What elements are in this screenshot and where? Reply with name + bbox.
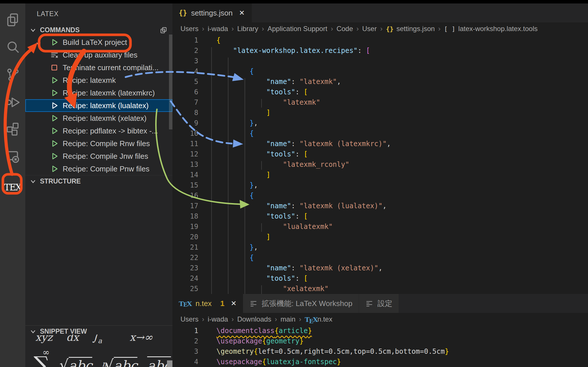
breadcrumb-item[interactable]: {}settings.json [386, 25, 435, 33]
line-content: \usepackage{luatexja-fontspec} [203, 357, 341, 367]
code-line-18[interactable]: 18 "tools": [ [172, 211, 588, 221]
sidebar-item-recipe-latexmk-lualatex[interactable]: Recipe: latexmk (lualatex) [25, 99, 172, 112]
extensions-icon[interactable] [0, 116, 25, 142]
line-number: 3 [172, 56, 203, 66]
snippet-nroot[interactable]: n√abc [102, 357, 137, 367]
breadcrumb-separator: › [262, 25, 264, 33]
breadcrumb-item[interactable]: Users [180, 25, 199, 33]
snippet-item[interactable]: dx [66, 334, 79, 343]
snippet-item[interactable]: xyz [35, 334, 53, 343]
code-line-1[interactable]: 1{ [172, 35, 588, 45]
code-line-10[interactable]: 10 { [172, 128, 588, 139]
explorer-icon[interactable] [0, 7, 25, 33]
latex-workshop-tex-icon[interactable]: TEX [0, 175, 25, 200]
snippet-sqrt[interactable]: √abc [59, 357, 93, 367]
sidebar-item-label: Build LaTeX project [63, 38, 127, 47]
code-line-14[interactable]: 14 ] [172, 170, 588, 180]
bottom-tab-bar: TEXn.tex1✕拡張機能: LaTeX Workshop設定 [172, 294, 588, 313]
breadcrumb-item[interactable]: i-wada [208, 315, 228, 323]
line-number: 5 [172, 77, 203, 87]
snippet-scrollbar-thumb[interactable] [167, 360, 172, 367]
sidebar-item-label: Clean up auxiliary files [63, 51, 137, 60]
code-line-25[interactable]: 25 "xelatexmk" [172, 284, 588, 294]
code-line-22[interactable]: 22 { [172, 253, 588, 263]
sidebar-item-label: Recipe: Compile Pnw files [63, 165, 149, 173]
code-line-2[interactable]: 2 "latex-workshop.latex.recipes": [ [172, 45, 588, 56]
line-content: "latexmk" [203, 97, 320, 108]
line-number: 7 [172, 97, 203, 108]
code-line-7[interactable]: 7 "latexmk" [172, 97, 588, 108]
ntex-code[interactable]: 1\documentclass{article}2\usepackage{geo… [172, 326, 588, 367]
code-line-16[interactable]: 16 { [172, 190, 588, 201]
run-debug-icon[interactable] [0, 89, 25, 114]
structure-section-label: STRUCTURE [40, 177, 81, 185]
sidebar-item-build-latex-project[interactable]: Build LaTeX project [25, 36, 172, 49]
collapse-all-icon[interactable] [160, 26, 167, 36]
code-line-9[interactable]: 9 }, [172, 118, 588, 128]
breadcrumb-item[interactable]: Users [180, 315, 199, 323]
sidebar-item-recipe-pdflatex-bibtex[interactable]: Recipe: pdflatex -> bibtex -... [25, 125, 172, 137]
code-line-5[interactable]: 5 "name": "latexmk", [172, 77, 588, 87]
line-number: 21 [172, 242, 203, 253]
clear-icon [50, 51, 59, 59]
breadcrumb-separator: › [202, 25, 204, 33]
sidebar-item-terminate-current-compilati[interactable]: Terminate current compilati... [25, 61, 172, 74]
close-icon[interactable]: ✕ [231, 299, 237, 307]
sidebar-scrollbar-thumb[interactable] [169, 35, 172, 129]
breadcrumb-item[interactable]: Library [237, 25, 258, 33]
code-line-6[interactable]: 6 "tools": [ [172, 87, 588, 97]
sidebar-item-recipe-latexmk-latexmkrc[interactable]: Recipe: latexmk (latexmkrc) [25, 87, 172, 99]
remote-explorer-icon[interactable] [0, 144, 25, 169]
breadcrumb-item[interactable]: [ ]latex-workshop.latex.tools [444, 25, 538, 33]
breadcrumb-item[interactable]: Application Support [268, 25, 327, 33]
code-line-4[interactable]: 4\usepackage{luatexja-fontspec} [172, 357, 588, 367]
tab-拡張機能-latex-workshop[interactable]: 拡張機能: LaTeX Workshop [243, 294, 359, 313]
close-icon[interactable]: ✕ [239, 9, 245, 17]
code-line-19[interactable]: 19 "lualatexmk" [172, 221, 588, 232]
search-icon[interactable] [0, 35, 25, 60]
sidebar-item-recipe-compile-pnw-files[interactable]: Recipe: Compile Pnw files [25, 163, 172, 175]
code-line-4[interactable]: 4 { [172, 66, 588, 77]
breadcrumb-item[interactable]: Downloads [237, 315, 271, 323]
sidebar-item-recipe-latexmk[interactable]: Recipe: latexmk [25, 74, 172, 87]
breadcrumb-separator: › [299, 315, 301, 323]
snippet-item[interactable]: x→∞ [130, 334, 153, 343]
settings-json-code[interactable]: 1{2 "latex-workshop.latex.recipes": [34 … [172, 35, 588, 294]
code-line-1[interactable]: 1\documentclass{article} [172, 326, 588, 336]
code-line-12[interactable]: 12 "tools": [ [172, 149, 588, 159]
structure-section-header[interactable]: STRUCTURE [25, 175, 172, 187]
commands-section-header[interactable]: COMMANDS [25, 24, 172, 36]
snippet-integral[interactable]: ∫a [93, 334, 102, 345]
tab-設定[interactable]: 設定 [359, 294, 399, 313]
breadcrumb-item[interactable]: TEXn.tex [305, 315, 332, 323]
code-line-11[interactable]: 11 "name": "latexmk (latexmkrc)", [172, 139, 588, 149]
code-line-23[interactable]: 23 "name": "latexmk (xelatex)", [172, 263, 588, 273]
code-line-21[interactable]: 21 }, [172, 242, 588, 253]
breadcrumb-item[interactable]: main [280, 315, 295, 323]
code-line-3[interactable]: 3\geometry{left=0.5cm,right=0.5cm,top=0.… [172, 346, 588, 357]
source-control-icon[interactable] [0, 62, 25, 87]
code-line-17[interactable]: 17 "name": "latexmk (lualatex)", [172, 201, 588, 211]
snippet-sum[interactable]: ∞∑ [34, 349, 50, 367]
tab-settings-json[interactable]: {} settings.json ✕ [172, 3, 252, 22]
code-line-2[interactable]: 2\usepackage{geometry} [172, 336, 588, 346]
code-line-3[interactable]: 3 [172, 56, 588, 66]
sidebar-item-recipe-compile-rnw-files[interactable]: Recipe: Compile Rnw files [25, 137, 172, 150]
line-content: ] [203, 108, 270, 118]
code-line-13[interactable]: 13 "latexmk_rconly" [172, 159, 588, 170]
breadcrumb-separator: › [202, 315, 204, 323]
activity-bar: TEX [0, 3, 25, 367]
sidebar-item-clean-up-auxiliary-files[interactable]: Clean up auxiliary files [25, 49, 172, 61]
chevron-down-icon [35, 40, 42, 49]
breadcrumb-item[interactable]: i-wada [208, 25, 228, 33]
tab-n-tex[interactable]: TEXn.tex1✕ [172, 294, 243, 313]
sidebar-item-recipe-compile-jnw-files[interactable]: Recipe: Compile Jnw files [25, 150, 172, 163]
breadcrumb-item[interactable]: User [362, 25, 377, 33]
sidebar-item-recipe-latexmk-xelatex[interactable]: Recipe: latexmk (xelatex) [25, 112, 172, 125]
line-number: 4 [172, 66, 203, 77]
code-line-20[interactable]: 20 ] [172, 232, 588, 242]
code-line-15[interactable]: 15 }, [172, 180, 588, 190]
code-line-24[interactable]: 24 "tools": [ [172, 273, 588, 284]
breadcrumb-item[interactable]: Code [337, 25, 353, 33]
code-line-8[interactable]: 8 ] [172, 108, 588, 118]
